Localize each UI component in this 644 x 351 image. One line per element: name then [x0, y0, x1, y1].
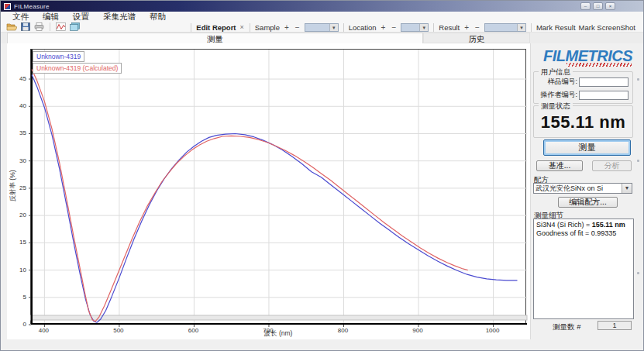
tab-measure[interactable]: 测量	[7, 33, 423, 43]
result-label: Result	[439, 23, 460, 32]
location-label: Location	[349, 23, 377, 32]
maximize-button[interactable]: □	[593, 2, 603, 10]
spectrum-icon[interactable]	[55, 22, 67, 32]
sample-label: Sample	[255, 23, 280, 32]
chevron-down-icon: ▾	[622, 184, 632, 193]
open-icon[interactable]	[5, 22, 17, 32]
menu-help[interactable]: 帮助	[143, 12, 173, 22]
reflectance-plot[interactable]	[30, 49, 526, 324]
mark-result-button[interactable]: Mark Result	[536, 23, 576, 32]
measure-count-label: 测量数 #	[553, 322, 580, 332]
result-combobox[interactable]: ▾	[484, 23, 526, 32]
menu-file[interactable]: 文件	[5, 12, 36, 22]
tab-bar: 测量 历史	[1, 33, 643, 43]
analyze-button[interactable]: 分析	[592, 160, 632, 171]
menu-settings[interactable]: 设置	[66, 12, 96, 22]
chevron-down-icon: ▾	[419, 24, 428, 31]
panel-splitter[interactable]	[635, 43, 641, 339]
measure-tab-page: 反射率 (%) Unknown-4319 Unknown-4319 (Calcu…	[7, 43, 530, 339]
y-tick-label: 15	[10, 239, 26, 246]
report-bar: Edit Report × Sample + − ▾ Location + − …	[189, 22, 635, 33]
splitter-handle-dot	[637, 272, 639, 274]
menu-bar: 文件 编辑 设置 采集光谱 帮助	[1, 12, 643, 22]
toolbar: Edit Report × Sample + − ▾ Location + − …	[1, 22, 643, 33]
y-tick-label: 25	[10, 184, 26, 191]
chevron-down-icon: ▾	[329, 24, 338, 31]
sample-id-label: 样品编号:	[534, 77, 579, 87]
splitter-handle-dot	[637, 78, 639, 81]
screenshot-icon[interactable]	[69, 22, 81, 32]
y-tick-label: 0	[10, 321, 26, 328]
result-add-button[interactable]: +	[463, 23, 470, 32]
edit-report-button[interactable]: Edit Report	[196, 23, 236, 32]
result-remove-button[interactable]: −	[474, 23, 481, 32]
sample-id-input[interactable]	[579, 77, 629, 87]
status-strip	[1, 339, 643, 351]
app-window: FILMeasure – □ × 文件 编辑 设置 采集光谱 帮助	[0, 0, 644, 351]
logo-hatch-underline	[567, 63, 632, 67]
edit-recipe-button[interactable]: 编辑配方...	[558, 197, 618, 208]
recipe-combobox[interactable]: 武汉光安伦SiNx on Si ▾	[533, 183, 632, 194]
plot-scrollbar[interactable]	[31, 315, 527, 320]
x-axis-title: 波长 (nm)	[30, 329, 526, 339]
measurement-panel: FILMETRICS 用户信息 样品编号: 操作者编号: 测量状态 155.11…	[530, 43, 635, 339]
legend-calculated: Unknown-4319 (Calculated)	[33, 63, 122, 74]
measure-button[interactable]: 测量	[543, 139, 631, 156]
calculated-spectrum-curve	[32, 69, 468, 321]
menu-edit[interactable]: 编辑	[36, 12, 66, 22]
app-icon	[4, 3, 11, 10]
location-remove-button[interactable]: −	[390, 23, 398, 32]
report-close-icon[interactable]: ×	[239, 23, 245, 31]
measured-spectrum-curve	[32, 74, 518, 322]
tab-history[interactable]: 历史	[423, 33, 530, 43]
location-add-button[interactable]: +	[380, 23, 387, 32]
y-tick-label: 45	[10, 75, 26, 82]
measure-count-field[interactable]	[598, 321, 632, 330]
y-tick-label: 30	[10, 157, 26, 164]
operator-id-input[interactable]	[579, 91, 629, 100]
legend-measured: Unknown-4319	[33, 51, 84, 62]
measure-details-listbox[interactable]: Si3N4 (Si Rich) = 155.11 nm Goodness of …	[533, 219, 634, 319]
splitter-handle-dot	[637, 160, 639, 162]
baseline-button[interactable]: 基准...	[536, 160, 583, 171]
chevron-down-icon: ▾	[517, 24, 525, 31]
sample-combobox[interactable]: ▾	[305, 23, 339, 32]
measure-status-title: 测量状态	[539, 102, 573, 112]
sample-add-button[interactable]: +	[283, 23, 291, 32]
title-bar[interactable]: FILMeasure – □ ×	[1, 1, 643, 12]
y-tick-label: 5	[10, 294, 26, 301]
close-button[interactable]: ×	[605, 2, 615, 10]
sample-remove-button[interactable]: −	[294, 23, 301, 32]
user-info-groupbox: 用户信息 样品编号: 操作者编号:	[533, 71, 633, 104]
minimize-button[interactable]: –	[580, 2, 591, 10]
measure-status-groupbox: 测量状态 155.11 nm	[533, 105, 633, 138]
y-tick-label: 35	[10, 129, 26, 136]
details-thickness-line: Si3N4 (Si Rich) = 155.11 nm	[536, 221, 631, 229]
window-title: FILMeasure	[14, 3, 50, 10]
details-gof-line: Goodness of fit = 0.99335	[536, 229, 631, 238]
operator-id-label: 操作者编号:	[534, 90, 579, 100]
thickness-result-value: 155.11 nm	[534, 112, 632, 132]
y-tick-label: 40	[10, 102, 26, 109]
recipe-selected-value: 武汉光安伦SiNx on Si	[534, 184, 622, 193]
y-tick-label: 10	[10, 267, 26, 274]
print-icon[interactable]	[33, 22, 45, 32]
menu-acquire-spectrum[interactable]: 采集光谱	[96, 12, 143, 22]
y-tick-label: 20	[10, 212, 26, 219]
mark-screenshot-button[interactable]: Mark ScreenShot	[579, 23, 635, 32]
save-icon[interactable]	[19, 22, 31, 32]
toolbar-separator	[50, 22, 50, 31]
location-combobox[interactable]: ▾	[401, 23, 429, 32]
